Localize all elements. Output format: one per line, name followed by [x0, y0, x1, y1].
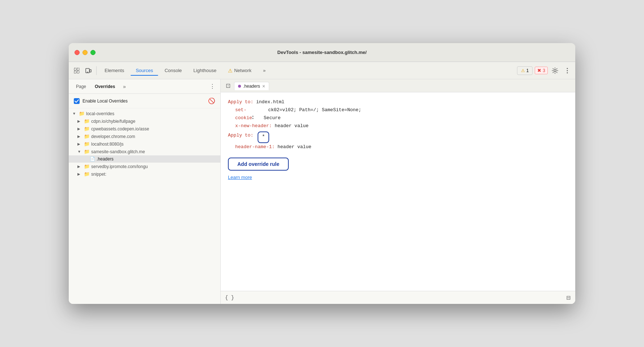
sidebar-tab-overrides[interactable]: Overrides — [91, 83, 119, 91]
code-value: header value — [272, 122, 308, 130]
tree-item-local-overrides[interactable]: ▼ 📁 local-overrides — [69, 110, 220, 117]
code-line-3: cookie Secure — [228, 114, 568, 122]
titlebar: DevTools - samesite-sandbox.glitch.me/ — [69, 43, 575, 62]
tree-item-cpweb[interactable]: ▶ 📁 cpwebassets.codepen.io/asse — [69, 125, 220, 133]
expand-arrow: ▶ — [77, 172, 82, 176]
window-title: DevTools - samesite-sandbox.glitch.me/ — [277, 50, 367, 55]
tree-item-cdpn[interactable]: ▶ 📁 cdpn.io/chybie/fullpage — [69, 117, 220, 125]
device-icon[interactable] — [83, 66, 93, 76]
code-line-1: Apply to: index.html — [228, 98, 568, 106]
inspect-icon[interactable] — [72, 66, 82, 76]
folder-icon: 📁 — [84, 164, 90, 169]
tab-console[interactable]: Console — [160, 66, 187, 75]
expand-arrow: ▶ — [77, 127, 82, 131]
folder-icon: 📁 — [84, 118, 90, 124]
sidebar-menu-button[interactable]: ⋮ — [208, 81, 217, 91]
expand-arrow: ▼ — [72, 112, 77, 116]
collapse-sidebar-icon[interactable]: ⊡ — [224, 81, 233, 90]
traffic-lights — [75, 50, 96, 55]
folder-icon: 📁 — [79, 111, 85, 116]
svg-rect-3 — [77, 71, 79, 73]
code-value: Secure — [264, 114, 281, 122]
footer-right: ⊟ — [566, 294, 571, 301]
file-icon: 📄 — [90, 156, 95, 162]
add-override-container: Add override rule — [228, 154, 568, 172]
folder-icon: 📁 — [84, 141, 90, 147]
code-line-4: x-new-header: header value — [228, 122, 568, 130]
sidebar-tabs: Page Overrides » ⋮ — [69, 79, 220, 94]
code-key: x-new-header: — [235, 122, 272, 130]
warning-icon-badge: ⚠ — [521, 68, 525, 73]
tab-close-button[interactable]: × — [262, 84, 265, 89]
tree-item-headers[interactable]: ▶ 📄 .headers — [69, 155, 220, 163]
block-icon[interactable]: 🚫 — [208, 97, 215, 104]
kebab-menu-icon[interactable] — [562, 66, 572, 76]
editor-area: ⊡ .headers × Apply to: index.html set- — [221, 79, 575, 304]
file-tree: ▼ 📁 local-overrides ▶ 📁 cdpn.io/chybie/f… — [69, 108, 220, 304]
close-button[interactable] — [75, 50, 80, 55]
svg-point-9 — [567, 70, 568, 71]
warning-icon: ⚠ — [228, 68, 233, 74]
svg-rect-1 — [77, 68, 79, 70]
learn-more-link[interactable]: Learn more — [228, 175, 252, 180]
code-value: ck02=vl02; Path=/; SameSite=None; — [268, 106, 361, 114]
tree-item-servedby[interactable]: ▶ 📁 servedby.ipromote.com/longu — [69, 163, 220, 170]
sidebar-more-icon[interactable]: » — [120, 82, 129, 91]
code-line-2: set- ck02=vl02; Path=/; SameSite=None; — [228, 106, 568, 114]
error-badge[interactable]: ✖ 3 — [535, 67, 548, 74]
tree-item-localhost[interactable]: ▶ 📁 localhost:8080/js — [69, 140, 220, 148]
enable-overrides-row: Enable Local Overrides 🚫 — [69, 94, 220, 108]
tree-item-snippet[interactable]: ▶ 📁 snippet: — [69, 170, 220, 178]
toolbar-right: ⚠ 1 ✖ 3 — [517, 66, 572, 76]
code-key: header-name-1: — [235, 143, 275, 151]
code-line-6: header-name-1: header value — [228, 143, 568, 151]
main-content: Page Overrides » ⋮ Enable Local — [69, 79, 575, 304]
tab-lighthouse[interactable]: Lighthouse — [188, 66, 222, 75]
expand-arrow: ▶ — [77, 119, 82, 123]
warning-badge[interactable]: ⚠ 1 — [517, 66, 533, 75]
folder-icon: 📁 — [84, 126, 90, 131]
toolbar-separator — [96, 66, 97, 75]
settings-icon[interactable] — [550, 66, 560, 76]
minimize-button[interactable] — [82, 50, 88, 55]
expand-arrow: ▶ — [77, 142, 82, 146]
error-icon: ✖ — [537, 68, 541, 73]
code-key: Apply to: — [228, 98, 253, 106]
enable-overrides-checkbox[interactable] — [74, 98, 80, 104]
svg-rect-2 — [74, 71, 76, 73]
expand-arrow: ▼ — [77, 150, 82, 154]
tab-elements[interactable]: Elements — [99, 66, 129, 75]
format-braces[interactable]: { } — [225, 295, 234, 301]
sidebar: Page Overrides » ⋮ Enable Local — [69, 79, 221, 304]
enable-overrides-label: Enable Local Overrides — [82, 99, 205, 104]
svg-point-12 — [252, 118, 253, 119]
add-override-button[interactable]: Add override rule — [228, 158, 289, 171]
maximize-button[interactable] — [90, 50, 96, 55]
sidebar-tab-page[interactable]: Page — [72, 83, 90, 91]
folder-icon: 📁 — [84, 149, 90, 154]
tree-item-devchrome[interactable]: ▶ 📁 developer.chrome.com — [69, 133, 220, 140]
tab-network[interactable]: ⚠ Network — [223, 66, 257, 76]
editor-tabs: ⊡ .headers × — [221, 79, 575, 92]
code-key: Apply to: — [228, 131, 256, 143]
code-value: index.html — [253, 98, 284, 106]
svg-point-10 — [567, 72, 568, 73]
editor-content: Apply to: index.html set- ck02=vl02; Pat… — [221, 92, 575, 291]
folder-icon: 📁 — [84, 134, 90, 139]
star-badge: * — [258, 131, 269, 143]
main-toolbar: Elements Sources Console Lighthouse ⚠ Ne… — [69, 62, 575, 79]
tab-sources[interactable]: Sources — [131, 66, 158, 75]
svg-rect-5 — [90, 70, 91, 72]
expand-arrow: ▶ — [77, 164, 82, 168]
code-value: header value — [275, 143, 311, 151]
svg-point-11 — [252, 116, 253, 117]
console-drawer-icon[interactable]: ⊟ — [566, 294, 571, 301]
editor-footer: { } ⊟ — [221, 291, 575, 304]
editor-tab-headers[interactable]: .headers × — [234, 82, 269, 90]
learn-more-container: Learn more — [228, 174, 568, 182]
tree-item-samesite[interactable]: ▼ 📁 samesite-sandbox.glitch.me — [69, 148, 220, 155]
svg-point-7 — [554, 70, 556, 72]
tab-more[interactable]: » — [258, 66, 271, 75]
code-line-5: Apply to: * — [228, 131, 568, 143]
code-key: set- — [235, 106, 246, 114]
